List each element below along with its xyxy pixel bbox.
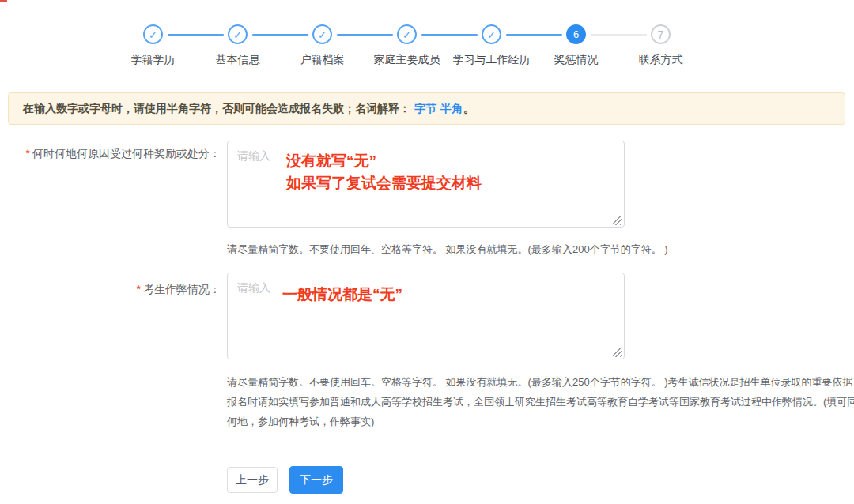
glossary-link-byte[interactable]: 字节 [414,102,436,116]
notice-suffix: 。 [463,102,474,116]
field-label-text: 何时何地何原因受过何种奖励或处分： [32,147,221,160]
step-number: 7 [651,24,671,44]
cheating-textarea-wrap: 一般情况都是“无” [227,273,625,359]
step-number: 6 [566,24,586,44]
page: ✓ 学籍学历 ✓ 基本信息 ✓ 户籍档案 ✓ 家庭主要成员 ✓ 学习与工作经历 … [0,0,854,504]
wizard-stepper: ✓ 学籍学历 ✓ 基本信息 ✓ 户籍档案 ✓ 家庭主要成员 ✓ 学习与工作经历 … [111,24,703,67]
step-rewards-punishments: 6 奖惩情况 [534,24,618,67]
check-icon: ✓ [397,24,417,44]
step-contact-info: 7 联系方式 [618,24,703,67]
step-study-work-history: ✓ 学习与工作经历 [449,24,534,67]
required-asterisk: * [137,283,141,295]
required-asterisk: * [26,147,30,160]
field-label-rewards: *何时何地何原因受过何种奖励或处分： [0,147,221,161]
notice-text: 在输入数字或字母时，请使用半角字符，否则可能会造成报名失败；名词解释： [23,102,410,116]
next-step-button[interactable]: 下一步 [289,466,343,494]
step-household-archive: ✓ 户籍档案 [280,24,365,67]
cheating-helper-text: 请尽量精简字数。不要使用回车。空格等字符。 如果没有就填无。(最多输入250个字… [227,372,854,431]
step-label: 学籍学历 [131,53,176,67]
check-icon: ✓ [228,24,248,44]
rewards-textarea[interactable] [227,141,625,228]
glossary-link-halfwidth[interactable]: 半角 [440,102,463,116]
step-label: 学习与工作经历 [453,53,531,67]
resize-handle[interactable] [613,216,622,225]
cheating-textarea[interactable] [227,273,625,359]
check-icon: ✓ [143,24,163,44]
top-divider [0,2,854,2]
step-basic-info: ✓ 基本信息 [195,24,280,67]
step-label: 基本信息 [216,53,260,67]
resize-handle[interactable] [613,348,622,357]
step-label: 奖惩情况 [554,53,599,67]
rewards-helper-text: 请尽量精简字数。不要使用回年、空格等字符。 如果没有就填无。(最多输入200个字… [227,239,668,259]
previous-step-button[interactable]: 上一步 [227,467,278,493]
check-icon: ✓ [482,24,501,44]
step-label: 联系方式 [639,53,683,67]
check-icon: ✓ [312,24,332,44]
field-label-cheating: *考生作弊情况： [0,283,221,297]
step-label: 家庭主要成员 [374,53,440,67]
step-label: 户籍档案 [300,53,345,67]
step-family-members: ✓ 家庭主要成员 [365,24,449,67]
halfwidth-notice-banner: 在输入数字或字母时，请使用半角字符，否则可能会造成报名失败；名词解释： 字节 半… [8,92,845,125]
rewards-textarea-wrap: 没有就写“无” 如果写了复试会需要提交材料 [227,141,625,228]
field-label-text: 考生作弊情况： [143,283,221,295]
step-student-status: ✓ 学籍学历 [111,24,195,67]
